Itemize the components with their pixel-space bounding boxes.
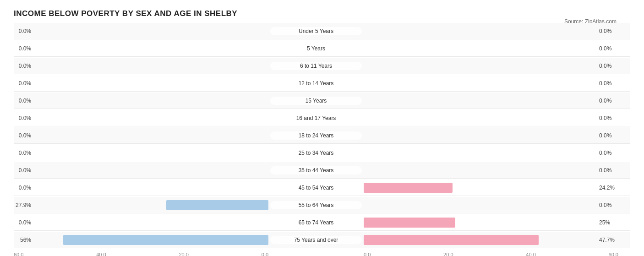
right-section: 0.0% bbox=[362, 96, 618, 106]
male-bar-container bbox=[33, 200, 268, 210]
age-label: 55 to 64 Years bbox=[270, 201, 362, 209]
right-section: 24.2% bbox=[362, 183, 618, 193]
left-section: 0.0% bbox=[14, 148, 270, 158]
right-section: 0.0% bbox=[362, 113, 618, 123]
male-bar-container bbox=[33, 44, 268, 54]
left-section: 0.0% bbox=[14, 61, 270, 71]
age-label: 35 to 44 Years bbox=[270, 166, 362, 174]
female-bar-container bbox=[364, 61, 597, 71]
age-label: 12 to 14 Years bbox=[270, 79, 362, 87]
female-value: 0.0% bbox=[599, 202, 618, 208]
male-bar-container bbox=[33, 235, 268, 245]
bar-row: 0.0% 25 to 34 Years 0.0% bbox=[14, 145, 630, 161]
right-section: 47.7% bbox=[362, 235, 618, 245]
right-section: 0.0% bbox=[362, 200, 618, 210]
female-bar-container bbox=[364, 183, 597, 193]
male-value: 0.0% bbox=[14, 167, 31, 174]
female-bar-container bbox=[364, 26, 597, 36]
female-bar-container bbox=[364, 44, 597, 54]
female-bar-container bbox=[364, 200, 597, 210]
right-section: 25% bbox=[362, 218, 618, 228]
bar-row: 0.0% Under 5 Years 0.0% bbox=[14, 23, 630, 39]
chart-area: 0.0% Under 5 Years 0.0% 0.0% 5 Years 0.0… bbox=[14, 23, 630, 256]
male-bar-container bbox=[33, 148, 268, 158]
male-value: 0.0% bbox=[14, 185, 31, 191]
male-bar bbox=[166, 200, 268, 210]
age-label: 18 to 24 Years bbox=[270, 131, 362, 140]
female-value: 0.0% bbox=[599, 28, 618, 34]
x-tick: 60.0 bbox=[609, 252, 618, 256]
male-bar-container bbox=[33, 131, 268, 141]
x-tick: 20.0 bbox=[179, 252, 188, 256]
left-section: 0.0% bbox=[14, 113, 270, 123]
male-value: 0.0% bbox=[14, 45, 31, 52]
female-bar bbox=[364, 218, 455, 228]
female-value: 0.0% bbox=[599, 45, 618, 52]
right-section: 0.0% bbox=[362, 148, 618, 158]
left-section: 0.0% bbox=[14, 96, 270, 106]
male-bar-container bbox=[33, 26, 268, 36]
left-section: 0.0% bbox=[14, 165, 270, 175]
age-label: 15 Years bbox=[270, 97, 362, 105]
x-tick: 40.0 bbox=[96, 252, 106, 256]
bar-row: 0.0% 16 and 17 Years 0.0% bbox=[14, 110, 630, 126]
bar-row: 27.9% 55 to 64 Years 0.0% bbox=[14, 197, 630, 213]
age-label: 75 Years and over bbox=[270, 236, 362, 244]
x-tick: 40.0 bbox=[526, 252, 535, 256]
female-bar-container bbox=[364, 148, 597, 158]
female-value: 47.7% bbox=[599, 237, 618, 243]
age-label: 6 to 11 Years bbox=[270, 62, 362, 70]
female-bar-container bbox=[364, 78, 597, 88]
left-section: 0.0% bbox=[14, 183, 270, 193]
bar-row: 0.0% 35 to 44 Years 0.0% bbox=[14, 162, 630, 179]
female-value: 0.0% bbox=[599, 63, 618, 69]
x-axis-right: 0.020.040.060.0 bbox=[362, 252, 618, 256]
female-bar-container bbox=[364, 113, 597, 123]
bar-row: 56% 75 Years and over 47.7% bbox=[14, 232, 630, 248]
x-axis-center bbox=[270, 252, 362, 256]
female-bar-container bbox=[364, 235, 597, 245]
bar-row: 0.0% 5 Years 0.0% bbox=[14, 40, 630, 57]
left-section: 0.0% bbox=[14, 44, 270, 54]
female-value: 0.0% bbox=[599, 98, 618, 104]
x-tick: 0.0 bbox=[262, 252, 268, 256]
male-value: 0.0% bbox=[14, 132, 31, 139]
male-bar-container bbox=[33, 61, 268, 71]
bar-row: 0.0% 65 to 74 Years 25% bbox=[14, 214, 630, 231]
female-value: 0.0% bbox=[599, 167, 618, 174]
left-section: 0.0% bbox=[14, 78, 270, 88]
left-section: 56% bbox=[14, 235, 270, 245]
age-label: 16 and 17 Years bbox=[270, 114, 362, 122]
female-bar-container bbox=[364, 165, 597, 175]
female-bar bbox=[364, 235, 539, 245]
male-value: 0.0% bbox=[14, 80, 31, 87]
age-label: 45 to 54 Years bbox=[270, 184, 362, 192]
male-value: 0.0% bbox=[14, 98, 31, 104]
male-bar bbox=[63, 235, 268, 245]
right-section: 0.0% bbox=[362, 61, 618, 71]
age-label: 65 to 74 Years bbox=[270, 218, 362, 227]
left-section: 0.0% bbox=[14, 218, 270, 228]
chart-title: INCOME BELOW POVERTY BY SEX AND AGE IN S… bbox=[14, 9, 630, 18]
female-value: 25% bbox=[599, 219, 618, 226]
female-bar bbox=[364, 183, 453, 193]
right-section: 0.0% bbox=[362, 131, 618, 141]
bar-row: 0.0% 45 to 54 Years 24.2% bbox=[14, 180, 630, 196]
right-section: 0.0% bbox=[362, 165, 618, 175]
male-value: 0.0% bbox=[14, 115, 31, 121]
male-bar-container bbox=[33, 183, 268, 193]
male-value: 27.9% bbox=[14, 202, 31, 208]
male-bar-container bbox=[33, 96, 268, 106]
female-value: 24.2% bbox=[599, 185, 618, 191]
bar-row: 0.0% 12 to 14 Years 0.0% bbox=[14, 75, 630, 92]
female-value: 0.0% bbox=[599, 80, 618, 87]
male-bar-container bbox=[33, 165, 268, 175]
age-label: Under 5 Years bbox=[270, 27, 362, 35]
male-value: 0.0% bbox=[14, 63, 31, 69]
age-label: 25 to 34 Years bbox=[270, 149, 362, 157]
bar-row: 0.0% 15 Years 0.0% bbox=[14, 93, 630, 109]
male-bar-container bbox=[33, 78, 268, 88]
male-value: 56% bbox=[14, 237, 31, 243]
x-tick: 0.0 bbox=[364, 252, 371, 256]
x-axis: 60.040.020.00.0 0.020.040.060.0 bbox=[14, 252, 630, 256]
